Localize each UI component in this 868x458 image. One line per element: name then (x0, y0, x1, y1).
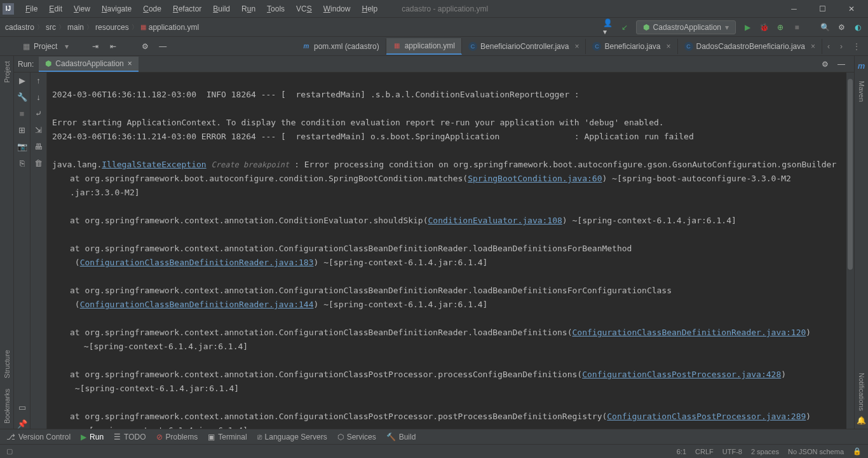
stripe-notifications[interactable]: Notifications (857, 368, 867, 416)
tool-problems[interactable]: ⊘Problems (156, 433, 198, 441)
plugin-icon[interactable]: ◐ (853, 22, 863, 32)
menu-file[interactable]: File (20, 2, 43, 16)
status-position[interactable]: 6:1 (677, 448, 686, 455)
stripe-maven[interactable]: Maven (857, 76, 867, 107)
menu-vcs[interactable]: VCS (291, 2, 317, 16)
stop-icon[interactable]: ■ (17, 108, 27, 118)
tabs-more-icon[interactable]: ⋮ (848, 42, 865, 51)
lock-icon[interactable]: 🔒 (853, 447, 862, 455)
scroll-down-icon[interactable]: ↓ (34, 92, 44, 102)
run-icon[interactable]: ▶ (742, 22, 752, 32)
stop-icon[interactable]: ■ (792, 22, 802, 32)
rerun-icon[interactable]: ▶ (17, 75, 27, 85)
exit-icon[interactable]: ⎘ (17, 158, 27, 168)
run-config-selector[interactable]: ⬢ CadastroApplication ▾ (636, 20, 736, 34)
breadcrumb-item[interactable]: resources (95, 23, 129, 32)
maximize-button[interactable]: ☐ (808, 0, 837, 18)
tool-services[interactable]: ⬡Services (337, 433, 376, 441)
tab-label: DadosCadastroBeneficiario.java (696, 42, 805, 51)
stripe-bookmarks[interactable]: Bookmarks (2, 384, 12, 429)
tab-pom[interactable]: m pom.xml (cadastro) (295, 39, 386, 54)
coverage-icon[interactable]: ⊕ (775, 22, 785, 32)
scroll-up-icon[interactable]: ↑ (34, 75, 44, 85)
source-link[interactable]: ConfigurationClassPostProcessor.java:289 (607, 412, 806, 421)
hide-icon[interactable]: — (836, 59, 846, 69)
tab-beneficiario[interactable]: C Beneficiario.java × (586, 39, 677, 54)
clear-icon[interactable]: 🗑 (34, 158, 44, 168)
tab-dados-cadastro[interactable]: C DadosCadastroBeneficiario.java × (678, 39, 822, 54)
status-square-icon[interactable]: ▢ (6, 447, 13, 455)
source-link[interactable]: ConditionEvaluator.java:108 (428, 216, 562, 225)
tool-todo[interactable]: ☰TODO (114, 433, 146, 441)
expand-all-icon[interactable]: ⇥ (90, 41, 100, 52)
maven-stripe-icon[interactable]: m (857, 56, 867, 76)
wrench-icon[interactable]: 🔧 (17, 92, 27, 102)
bell-icon[interactable]: 🔔 (857, 416, 866, 425)
tool-terminal[interactable]: ▣Terminal (208, 433, 247, 441)
soft-wrap-icon[interactable]: ⤶ (34, 108, 44, 118)
source-link[interactable]: ConfigurationClassBeanDefinitionReader.j… (80, 258, 314, 267)
tab-application-yml[interactable]: ▦ application.yml (386, 38, 462, 55)
menu-edit[interactable]: Edit (44, 2, 67, 16)
debug-icon[interactable]: 🐞 (759, 22, 769, 32)
next-tab-icon[interactable]: › (835, 42, 848, 51)
project-tool-button[interactable]: ▦ Project ▾ (17, 39, 75, 53)
stripe-project[interactable]: Project (2, 56, 12, 88)
source-link[interactable]: ConfigurationClassPostProcessor.java:428 (582, 370, 781, 379)
prev-tab-icon[interactable]: ‹ (822, 42, 835, 51)
stripe-structure[interactable]: Structure (2, 345, 12, 384)
source-link[interactable]: ConfigurationClassBeanDefinitionReader.j… (80, 300, 314, 309)
scroll-end-icon[interactable]: ⇲ (34, 125, 44, 135)
close-icon[interactable]: × (811, 42, 815, 51)
menu-view[interactable]: View (69, 2, 95, 16)
menu-build[interactable]: Build (208, 2, 235, 16)
close-icon[interactable]: × (128, 59, 132, 68)
vcs-update-icon[interactable]: ↙ (620, 22, 630, 32)
search-icon[interactable]: 🔍 (820, 22, 830, 32)
menu-tools[interactable]: Tools (262, 2, 290, 16)
scrollbar[interactable] (846, 73, 854, 429)
settings-gear-icon[interactable]: ⚙ (140, 41, 150, 52)
tool-build[interactable]: 🔨Build (386, 433, 416, 441)
collapse-all-icon[interactable]: ⇤ (108, 41, 118, 52)
status-indent[interactable]: 2 spaces (751, 448, 779, 455)
hide-icon[interactable]: — (158, 41, 168, 52)
status-schema[interactable]: No JSON schema (788, 448, 844, 455)
tool-run[interactable]: ▶Run (81, 433, 104, 441)
close-button[interactable]: ✕ (837, 0, 865, 18)
console-output[interactable]: 2024-03-06T16:36:11.182-03:00 INFO 18264… (47, 73, 846, 429)
print-icon[interactable]: 🖶 (34, 141, 44, 151)
status-eol[interactable]: CRLF (695, 448, 714, 455)
breadcrumb-item[interactable]: main (67, 23, 84, 32)
settings-icon[interactable]: ⚙ (836, 22, 846, 32)
tab-beneficiario-controller[interactable]: C BeneficiarioController.java × (462, 39, 586, 54)
exception-link[interactable]: IllegalStateException (102, 160, 206, 169)
settings-icon[interactable]: ⚙ (820, 59, 830, 69)
menu-code[interactable]: Code (138, 2, 166, 16)
breadcrumb-item[interactable]: src (46, 23, 56, 32)
pin-icon[interactable]: 📌 (17, 419, 27, 429)
user-icon[interactable]: 👤▾ (603, 22, 613, 32)
close-icon[interactable]: × (667, 42, 671, 51)
menu-refactor[interactable]: Refactor (168, 2, 207, 16)
run-tab[interactable]: ⬢ CadastroApplication × (39, 57, 138, 72)
close-icon[interactable]: × (574, 42, 579, 51)
menu-run[interactable]: Run (236, 2, 261, 16)
menu-window[interactable]: Window (318, 2, 356, 16)
minimize-button[interactable]: ─ (780, 0, 808, 18)
camera-icon[interactable]: 📷 (17, 141, 27, 151)
create-breakpoint-hint[interactable]: Create breakpoint (211, 160, 289, 169)
status-encoding[interactable]: UTF-8 (722, 448, 742, 455)
menu-help[interactable]: Help (356, 2, 383, 16)
source-link[interactable]: ConfigurationClassBeanDefinitionReader.j… (573, 328, 806, 337)
source-link[interactable]: SpringBootCondition.java:60 (468, 174, 602, 183)
breadcrumb[interactable]: cadastro〉 src〉 main〉 resources〉 ▦ applic… (5, 23, 199, 32)
breadcrumb-item[interactable]: cadastro (5, 23, 34, 32)
menu-navigate[interactable]: Navigate (97, 2, 137, 16)
scrollbar-thumb[interactable] (848, 79, 853, 270)
tool-language-servers[interactable]: ⎚Language Servers (257, 433, 327, 441)
layout-bottom-icon[interactable]: ▭ (17, 402, 27, 412)
layout-icon[interactable]: ⊞ (17, 125, 27, 135)
tool-version-control[interactable]: ⎇Version Control (6, 433, 71, 441)
breadcrumb-item[interactable]: application.yml (149, 23, 199, 32)
